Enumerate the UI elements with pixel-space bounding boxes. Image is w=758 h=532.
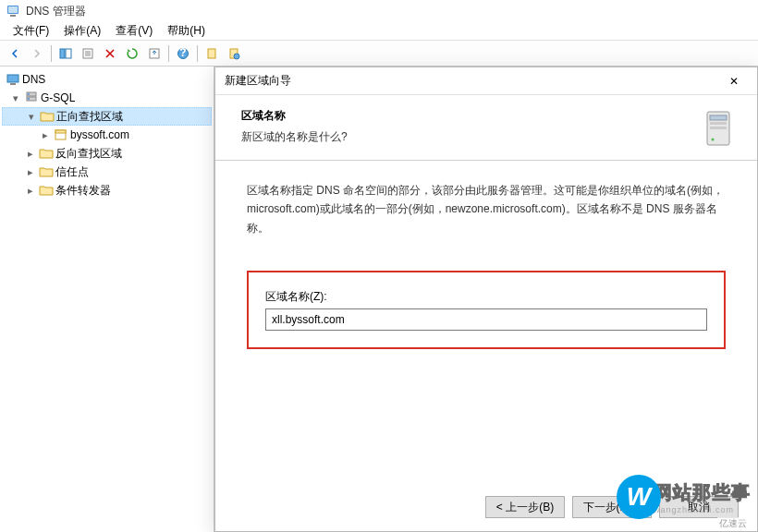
toolbar-sep — [197, 45, 198, 62]
folder-icon — [39, 183, 54, 198]
wizard-heading: 区域名称 — [241, 108, 698, 124]
app-title-text: DNS 管理器 — [26, 4, 86, 19]
tree-label: 条件转发器 — [55, 183, 111, 199]
server-icon — [24, 91, 39, 105]
tree-zone-byssoft[interactable]: ▸ byssoft.com — [2, 126, 212, 144]
folder-icon — [39, 164, 54, 179]
wizard-title-text: 新建区域向导 — [225, 73, 720, 89]
folder-icon — [39, 146, 54, 161]
svg-rect-22 — [55, 130, 66, 133]
tree-label: 反向查找区域 — [55, 146, 122, 162]
toolbar-delete-button[interactable] — [100, 43, 120, 64]
new-zone-wizard: 新建区域向导 ✕ 区域名称 新区域的名称是什么? 区域名称指定 DNS 命名空间… — [214, 66, 758, 532]
toolbar-show-hide-button[interactable] — [55, 43, 76, 64]
menu-view[interactable]: 查看(V) — [108, 21, 160, 41]
toolbar-export-button[interactable] — [144, 43, 165, 64]
menubar: 文件(F) 操作(A) 查看(V) 帮助(H) — [0, 22, 758, 41]
svg-rect-12 — [208, 49, 215, 58]
svg-rect-1 — [8, 6, 18, 13]
svg-rect-16 — [10, 83, 16, 85]
tree-label: 信任点 — [55, 164, 89, 180]
zone-name-fieldset: 区域名称(Z): — [247, 271, 726, 349]
dns-root-icon — [6, 72, 20, 87]
main-area: DNS ▾ G-SQL ▾ 正向查找区域 ▸ byssoft.com ▸ 反向查… — [0, 66, 758, 532]
expander-icon[interactable]: ▾ — [25, 111, 38, 123]
tree-label: byssoft.com — [70, 128, 129, 141]
nav-fwd-button[interactable] — [27, 43, 47, 64]
toolbar-filter-button[interactable] — [224, 43, 244, 64]
tree-conditional-forwarders[interactable]: ▸ 条件转发器 — [2, 181, 212, 200]
wizard-header: 区域名称 新区域的名称是什么? — [215, 95, 757, 161]
tree-pane[interactable]: DNS ▾ G-SQL ▾ 正向查找区域 ▸ byssoft.com ▸ 反向查… — [0, 66, 214, 532]
wizard-description: 区域名称指定 DNS 命名空间的部分，该部分由此服务器管理。这可能是你组织单位的… — [247, 181, 726, 237]
svg-rect-24 — [710, 115, 727, 120]
toolbar-help-button[interactable]: ? — [173, 43, 193, 64]
svg-text:?: ? — [179, 47, 186, 59]
svg-rect-4 — [66, 49, 71, 58]
svg-point-14 — [234, 54, 239, 59]
svg-rect-15 — [7, 75, 18, 82]
tree-root-dns[interactable]: DNS — [2, 70, 212, 89]
menu-help[interactable]: 帮助(H) — [160, 21, 213, 41]
tree-label: DNS — [22, 73, 45, 86]
expander-icon[interactable]: ▸ — [24, 148, 37, 160]
server-header-icon — [698, 108, 739, 149]
folder-open-icon — [40, 109, 55, 124]
tree-label: G-SQL — [41, 91, 75, 104]
tree-forward-lookup[interactable]: ▾ 正向查找区域 — [2, 107, 212, 126]
toolbar-refresh-button[interactable] — [122, 43, 142, 64]
svg-rect-3 — [60, 49, 65, 58]
toolbar-properties-button[interactable] — [78, 43, 98, 64]
svg-rect-2 — [10, 15, 16, 17]
close-button[interactable]: ✕ — [720, 71, 748, 91]
expander-icon[interactable]: ▸ — [39, 129, 52, 141]
toolbar: ? — [0, 41, 758, 66]
nav-back-button[interactable] — [5, 43, 25, 64]
zone-name-label: 区域名称(Z): — [265, 289, 707, 305]
tree-reverse-lookup[interactable]: ▸ 反向查找区域 — [2, 144, 212, 163]
menu-file[interactable]: 文件(F) — [6, 21, 56, 41]
wizard-buttons: < 上一步(B) 下一步(N) > 取消 — [485, 496, 739, 518]
wizard-body: 区域名称指定 DNS 命名空间的部分，该部分由此服务器管理。这可能是你组织单位的… — [215, 161, 757, 369]
provider-stamp: 亿速云 — [717, 517, 749, 530]
expander-icon[interactable]: ▸ — [24, 185, 37, 197]
expander-icon[interactable]: ▾ — [9, 92, 22, 104]
svg-point-20 — [28, 98, 30, 100]
toolbar-new-button[interactable] — [202, 43, 222, 64]
zone-icon — [54, 127, 68, 142]
wizard-titlebar: 新建区域向导 ✕ — [215, 67, 757, 95]
dns-app-icon — [6, 4, 20, 18]
svg-point-19 — [28, 93, 30, 95]
toolbar-sep — [168, 45, 169, 62]
back-button[interactable]: < 上一步(B) — [485, 496, 565, 518]
svg-point-27 — [712, 139, 715, 141]
svg-rect-26 — [710, 127, 727, 129]
app-titlebar: DNS 管理器 — [0, 0, 758, 22]
svg-rect-25 — [710, 122, 727, 125]
cancel-button[interactable]: 取消 — [659, 496, 739, 518]
expander-icon[interactable]: ▸ — [24, 166, 37, 178]
wizard-subheading: 新区域的名称是什么? — [241, 129, 698, 145]
tree-trust-points[interactable]: ▸ 信任点 — [2, 163, 212, 181]
close-icon: ✕ — [729, 75, 739, 88]
zone-name-input[interactable] — [265, 308, 707, 331]
menu-action[interactable]: 操作(A) — [56, 21, 108, 41]
content-pane: 新建区域向导 ✕ 区域名称 新区域的名称是什么? 区域名称指定 DNS 命名空间… — [214, 66, 758, 532]
tree-server[interactable]: ▾ G-SQL — [2, 89, 212, 107]
toolbar-sep — [51, 45, 52, 62]
tree-label: 正向查找区域 — [56, 109, 123, 125]
next-button[interactable]: 下一步(N) > — [572, 496, 652, 518]
